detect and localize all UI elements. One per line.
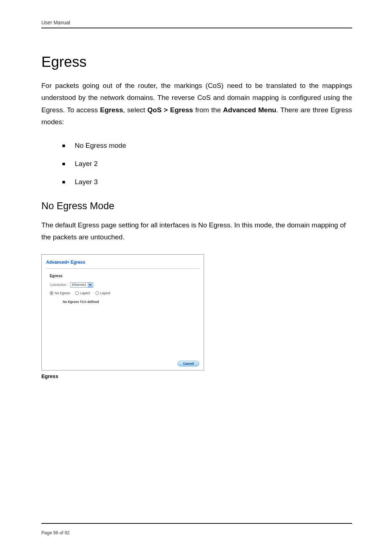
radio-layer2[interactable]: Layer2 — [75, 291, 90, 295]
radio-icon — [50, 291, 53, 295]
no-tca-message: No Egress TCA defined — [63, 300, 199, 304]
section-label: Egress — [50, 274, 199, 278]
connection-row: Connection : Ethernet1 — [50, 282, 199, 288]
radio-no-egress[interactable]: No Egress — [50, 291, 70, 295]
radio-icon — [75, 291, 79, 295]
section-heading-no-egress: No Egress Mode — [41, 200, 352, 212]
page-footer: Page 56 of 92 — [41, 523, 352, 535]
intro-paragraph: For packets going out of the router, the… — [41, 80, 352, 128]
radio-layer3[interactable]: Layer3 — [95, 291, 111, 295]
breadcrumb: Advanced> Egress — [42, 255, 204, 265]
intro-text: , select — [123, 106, 147, 114]
connection-label: Connection : — [50, 283, 68, 287]
egress-screenshot: Advanced> Egress Egress Connection : Eth… — [41, 254, 204, 370]
list-item: Layer 2 — [62, 155, 352, 173]
screenshot-wrapper: Advanced> Egress Egress Connection : Eth… — [41, 254, 352, 379]
footer-rule — [41, 523, 352, 524]
radio-label: No Egress — [55, 291, 70, 295]
connection-select[interactable]: Ethernet1 — [70, 282, 93, 288]
list-item: Layer 3 — [62, 173, 352, 191]
intro-bold-egress: Egress — [100, 106, 123, 114]
page-number: Page 56 of 92 — [41, 530, 352, 535]
modes-list: No Egress mode Layer 2 Layer 3 — [62, 137, 352, 191]
header-rule — [41, 28, 352, 28]
intro-text: from the — [193, 106, 223, 114]
no-egress-paragraph: The default Egress page setting for all … — [41, 219, 352, 243]
chevron-down-icon — [88, 283, 93, 287]
cancel-button[interactable]: Cancel — [177, 361, 199, 366]
header-label: User Manual — [41, 20, 352, 25]
content: Egress For packets going out of the rout… — [41, 54, 352, 379]
svg-marker-0 — [89, 284, 91, 286]
screenshot-caption: Egress — [41, 373, 352, 379]
radio-icon — [95, 291, 99, 295]
screenshot-body: Egress Connection : Ethernet1 — [42, 269, 204, 304]
screenshot-footer: Cancel — [177, 360, 199, 366]
connection-select-value: Ethernet1 — [72, 283, 88, 287]
intro-bold-qos-path: QoS > Egress — [147, 106, 193, 114]
list-item: No Egress mode — [62, 137, 352, 155]
radio-label: Layer2 — [80, 291, 90, 295]
page-title: Egress — [41, 54, 352, 70]
intro-bold-advanced-menu: Advanced Menu — [223, 106, 277, 114]
radio-label: Layer3 — [101, 291, 111, 295]
mode-radio-group: No Egress Layer2 Layer3 — [50, 291, 199, 295]
